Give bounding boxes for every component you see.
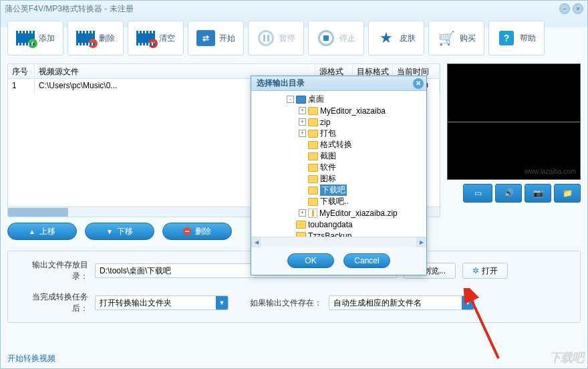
tree-node[interactable]: 下载吧.. (253, 196, 425, 207)
tree-node-label: TzzsBackup (308, 231, 351, 237)
tree-node[interactable]: +zip (253, 116, 425, 128)
tree-node[interactable]: 软件 (253, 162, 425, 173)
close-icon[interactable]: × (573, 3, 583, 14)
delete-button[interactable]: −删除 (67, 21, 124, 55)
tree-node[interactable]: -桌面 (253, 94, 425, 105)
tree-node[interactable]: +MyEditor_xiazaiba (253, 105, 425, 116)
buy-button[interactable]: 🛒购买 (428, 21, 484, 55)
folder-chooser-dialog: 选择输出目录 ✕ -桌面+MyEditor_xiazaiba+zip+打包格式转… (251, 76, 427, 275)
tree-node-label: 图标 (320, 173, 336, 184)
move-down-button[interactable]: ▼下移 (85, 223, 154, 240)
tree-node-label: MyEditor_xiazaiba.zip (319, 209, 398, 218)
stop-button[interactable]: 停止 (308, 21, 364, 55)
tree-node-label: 软件 (320, 162, 336, 173)
expand-icon[interactable] (299, 141, 306, 148)
zip-icon (308, 209, 317, 218)
start-button[interactable]: ⇄开始 (188, 21, 244, 55)
tree-node-label: 桌面 (308, 94, 324, 105)
film-icon: + (16, 31, 35, 45)
expand-icon[interactable] (287, 221, 294, 228)
folder-icon (296, 221, 306, 229)
add-button[interactable]: +添加 (7, 21, 63, 55)
scroll-left-icon[interactable]: ◀ (251, 237, 261, 247)
stop-icon (318, 30, 334, 46)
tree-node-label: 下载吧 (320, 184, 347, 196)
sound-button[interactable]: 🔊 (495, 184, 522, 203)
folder-icon (308, 164, 318, 172)
tree-node-label: zip (320, 118, 330, 127)
star-icon: ★ (380, 29, 393, 47)
folder-icon (308, 187, 318, 195)
expand-icon[interactable]: + (299, 118, 306, 126)
folder-icon (296, 232, 306, 237)
screen-icon: ▭ (474, 189, 482, 198)
expand-icon[interactable] (299, 198, 306, 205)
gear-icon: ✲ (472, 266, 479, 275)
main-toolbar: +添加 −删除 ×清空 ⇄开始 暂停 停止 ★皮肤 🛒购买 ?帮助 (1, 17, 587, 59)
folder-icon (308, 130, 318, 138)
scroll-right-icon[interactable]: ▶ (416, 237, 426, 247)
chevron-down-icon: ▼ (462, 296, 474, 310)
after-select[interactable]: 打开转换输出文件夹▼ (95, 295, 229, 310)
snapshot-button[interactable]: 📷 (525, 184, 551, 203)
expand-icon[interactable] (299, 164, 306, 171)
tree-node-label: toubangdata (308, 220, 353, 229)
expand-icon[interactable] (299, 187, 306, 194)
expand-icon[interactable] (299, 175, 306, 182)
clear-button[interactable]: ×清空 (128, 21, 184, 55)
open-button[interactable]: ✲打开 (462, 263, 508, 279)
expand-icon[interactable]: - (287, 96, 294, 103)
folder-icon (308, 175, 318, 183)
minus-icon: − (183, 227, 191, 235)
tree-node[interactable]: 下载吧 (253, 184, 425, 196)
tree-horizontal-scrollbar[interactable]: ◀ ▶ (251, 237, 426, 247)
exists-select[interactable]: 自动生成相应的新文件名▼ (329, 295, 474, 310)
pause-button[interactable]: 暂停 (248, 21, 304, 55)
watermark-text: www.lazaiba.com (525, 168, 576, 175)
cart-icon: 🛒 (438, 30, 455, 46)
start-convert-link[interactable]: 开始转换视频 (7, 353, 55, 364)
tree-node[interactable]: TzzsBackup (253, 230, 425, 237)
titlebar: 蒲公英F4V/MP3格式转换器 - 未注册 – × (1, 1, 587, 17)
dialog-titlebar[interactable]: 选择输出目录 ✕ (251, 76, 426, 91)
help-icon: ? (499, 31, 514, 45)
tree-node[interactable]: 图标 (253, 173, 425, 184)
tree-node[interactable]: toubangdata (253, 219, 425, 230)
move-up-button[interactable]: ▲上移 (7, 223, 77, 240)
col-seq[interactable]: 序号 (8, 64, 35, 78)
folder-icon (308, 118, 318, 126)
arrow-up-icon: ▲ (29, 228, 35, 235)
expand-icon[interactable]: + (299, 130, 306, 137)
minimize-icon[interactable]: – (559, 3, 570, 14)
tree-node-label: 格式转换 (320, 139, 352, 150)
preview-pane: www.lazaiba.com (447, 64, 581, 180)
app-window: 蒲公英F4V/MP3格式转换器 - 未注册 – × +添加 −删除 ×清空 ⇄开… (0, 0, 588, 369)
tree-node[interactable]: +打包 (253, 128, 425, 139)
tree-node[interactable]: 截图 (253, 150, 425, 162)
skin-button[interactable]: ★皮肤 (368, 21, 424, 55)
tree-node-label: MyEditor_xiazaiba (320, 106, 386, 116)
cancel-button[interactable]: Cancel (343, 253, 390, 268)
fullscreen-button[interactable]: ▭ (463, 184, 492, 203)
expand-icon[interactable]: + (299, 209, 306, 217)
remove-button[interactable]: −删除 (162, 223, 232, 240)
film-icon: − (76, 31, 95, 45)
folder-icon (308, 152, 318, 160)
expand-icon[interactable] (299, 152, 306, 160)
chevron-down-icon: ▼ (216, 296, 228, 310)
sound-icon: 🔊 (504, 189, 514, 198)
folder-icon (308, 107, 318, 115)
expand-icon[interactable]: + (299, 107, 306, 114)
pause-icon (258, 30, 274, 46)
folder-icon: 📁 (563, 189, 573, 198)
tree-node[interactable]: +MyEditor_xiazaiba.zip (253, 207, 425, 219)
folder-tree[interactable]: -桌面+MyEditor_xiazaiba+zip+打包格式转换截图软件图标下载… (251, 91, 426, 237)
close-icon[interactable]: ✕ (413, 78, 424, 89)
tree-node[interactable]: 格式转换 (253, 139, 425, 150)
help-button[interactable]: ?帮助 (488, 21, 545, 55)
ok-button[interactable]: OK (287, 253, 334, 268)
folder-button[interactable]: 📁 (554, 184, 581, 203)
arrow-down-icon: ▼ (106, 228, 113, 235)
camera-icon: 📷 (533, 189, 543, 198)
expand-icon[interactable] (287, 232, 294, 237)
